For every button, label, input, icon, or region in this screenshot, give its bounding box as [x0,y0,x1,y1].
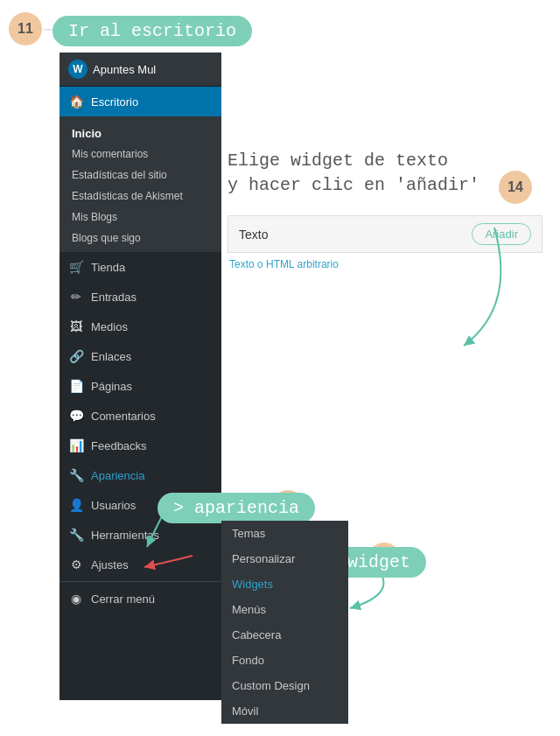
label-escritorio: Ir al escritorio [52,16,252,46]
dropdown-personalizar[interactable]: Personalizar [221,546,348,571]
site-name: Apuntes Mul [93,63,156,76]
paginas-icon: 📄 [68,378,84,394]
sidebar-item-label: Escritorio [91,95,138,109]
comentarios-icon: 💬 [68,408,84,424]
widget-name: Texto [239,228,463,242]
sidebar-item-tienda[interactable]: 🛒 Tienda [60,252,221,282]
medios-icon: 🖼 [68,319,84,334]
sidebar-item-label: Ajustes [91,558,129,571]
dropdown-cabecera[interactable]: Cabecera [221,622,348,648]
sidebar-item-ajustes[interactable]: ⚙ Ajustes [60,550,221,579]
sidebar-item-label: Feedbacks [91,439,147,452]
sidebar-item-entradas[interactable]: ✏ Entradas [60,282,221,312]
entradas-icon: ✏ [68,289,84,305]
instruction-text: Elige widget de textoy hacer clic en 'añ… [228,149,542,198]
sidebar-item-label: Entradas [91,291,136,304]
step-14-bubble: 14 [499,171,532,204]
dropdown-fondo[interactable]: Fondo [221,648,348,673]
dropdown-widgets[interactable]: Widgets [221,571,348,597]
apariencia-icon: 🔧 [68,467,84,483]
sidebar-item-label: Herramientas [91,529,159,542]
sidebar-item-label: Usuarios [91,499,136,512]
step-11-bubble: 11 [9,12,42,46]
feedbacks-icon: 📊 [68,438,84,453]
submenu-mis-comentarios[interactable]: Mis comentarios [60,144,221,165]
sidebar-item-label: Cerrar menú [91,592,155,606]
sidebar-item-label: Tienda [91,261,125,274]
sidebar-item-herramientas[interactable]: 🔧 Herramientas [60,520,221,550]
dropdown-menus[interactable]: Menús [221,597,348,622]
dropdown-temas[interactable]: Temas [221,521,348,546]
sidebar: W Apuntes Mul 🏠 Escritorio Inicio Mis co… [60,53,221,700]
sidebar-item-cerrar[interactable]: ◉ Cerrar menú [60,584,221,613]
escritorio-submenu: Inicio Mis comentarios Estadísticas del … [60,116,221,252]
sidebar-item-label: Medios [91,320,128,333]
sidebar-item-comentarios[interactable]: 💬 Comentarios [60,401,221,431]
sidebar-item-medios[interactable]: 🖼 Medios [60,312,221,341]
submenu-estadisticas-sitio[interactable]: Estadísticas del sitio [60,165,221,186]
sidebar-item-label: Apariencia [91,469,144,482]
sidebar-item-apariencia[interactable]: 🔧 Apariencia [60,460,221,490]
submenu-estadisticas-akismet[interactable]: Estadísticas de Akismet [60,186,221,207]
sidebar-item-enlaces[interactable]: 🔗 Enlaces [60,341,221,371]
label-apariencia: > apariencia [158,493,315,523]
ajustes-icon: ⚙ [68,557,84,572]
tienda-icon: 🛒 [68,259,84,275]
sidebar-item-label: Comentarios [91,410,156,423]
herramientas-icon: 🔧 [68,527,84,543]
add-button[interactable]: Añadir [472,223,531,245]
apariencia-dropdown: Temas Personalizar Widgets Menús Cabecer… [221,521,348,724]
sidebar-item-paginas[interactable]: 📄 Páginas [60,371,221,401]
submenu-mis-blogs[interactable]: Mis Blogs [60,207,221,228]
widget-description: Texto o HTML arbitrario [228,258,542,270]
enlaces-icon: 🔗 [68,348,84,364]
cerrar-icon: ◉ [68,591,84,606]
dropdown-movil[interactable]: Móvil [221,698,348,724]
submenu-blogs-sigo[interactable]: Blogs que sigo [60,228,221,249]
sidebar-item-label: Páginas [91,380,132,393]
sidebar-header: W Apuntes Mul [60,53,221,87]
usuarios-icon: 👤 [68,497,84,513]
main-content: Elige widget de textoy hacer clic en 'añ… [228,149,542,270]
sidebar-item-escritorio[interactable]: 🏠 Escritorio [60,87,221,116]
sidebar-item-label: Enlaces [91,350,131,363]
widget-row: Texto Añadir [228,215,542,253]
wp-logo: W [68,60,88,79]
sidebar-divider [60,581,221,582]
escritorio-icon: 🏠 [68,94,84,109]
dropdown-custom-design[interactable]: Custom Design [221,673,348,698]
submenu-title: Inicio [60,120,221,144]
sidebar-item-feedbacks[interactable]: 📊 Feedbacks [60,431,221,460]
